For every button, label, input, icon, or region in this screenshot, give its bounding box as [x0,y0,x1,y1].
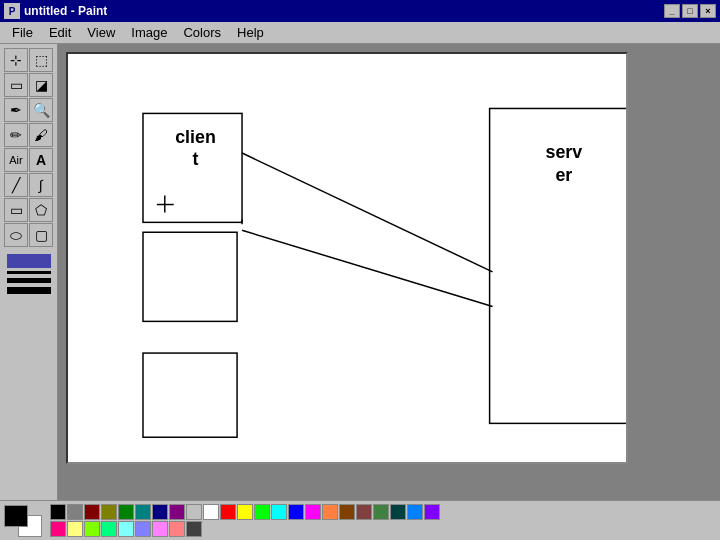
line-style-2[interactable] [7,271,51,274]
menu-help[interactable]: Help [229,23,272,42]
tool-row-7: ▭ ⬠ [4,198,53,222]
line-style-1[interactable] [7,254,51,268]
close-button[interactable]: × [700,4,716,18]
toolbox: ⊹ ⬚ ▭ ◪ ✒ 🔍 ✏ 🖌 Air A ╱ ∫ ▭ ⬠ ⬭ ▢ [0,44,58,500]
svg-rect-7 [143,353,237,437]
color-cell-14[interactable] [288,504,304,520]
svg-text:clien: clien [175,127,216,147]
paint-canvas[interactable]: clien t serv er [66,52,628,464]
color-cell-6[interactable] [152,504,168,520]
window-controls: _ □ × [664,4,716,18]
title-bar: P untitled - Paint _ □ × [0,0,720,22]
svg-text:er: er [555,165,572,185]
current-colors [4,505,42,537]
maximize-button[interactable]: □ [682,4,698,18]
color-cell-30[interactable] [169,521,185,537]
color-cell-8[interactable] [186,504,202,520]
line-style-3[interactable] [7,278,51,283]
color-cell-10[interactable] [220,504,236,520]
color-cell-18[interactable] [356,504,372,520]
tool-row-2: ▭ ◪ [4,73,53,97]
eraser-tool[interactable]: ▭ [4,73,28,97]
menu-colors[interactable]: Colors [175,23,229,42]
color-cell-25[interactable] [84,521,100,537]
color-cell-1[interactable] [67,504,83,520]
canvas-svg: clien t serv er [68,54,626,462]
brush-tool[interactable]: 🖌 [29,123,53,147]
color-cell-19[interactable] [373,504,389,520]
color-grid [50,504,450,537]
curve-tool[interactable]: ∫ [29,173,53,197]
rounded-rect-tool[interactable]: ▢ [29,223,53,247]
color-cell-4[interactable] [118,504,134,520]
tool-row-6: ╱ ∫ [4,173,53,197]
color-cell-31[interactable] [186,521,202,537]
color-cell-3[interactable] [101,504,117,520]
palette-area [0,500,720,540]
color-cell-16[interactable] [322,504,338,520]
color-cell-9[interactable] [203,504,219,520]
text-tool[interactable]: A [29,148,53,172]
color-cell-28[interactable] [135,521,151,537]
menu-image[interactable]: Image [123,23,175,42]
polygon-tool[interactable]: ⬠ [29,198,53,222]
color-cell-27[interactable] [118,521,134,537]
line-tool[interactable]: ╱ [4,173,28,197]
canvas-container[interactable]: clien t serv er [58,44,720,500]
rect-tool[interactable]: ▭ [4,198,28,222]
color-cell-12[interactable] [254,504,270,520]
color-pick-tool[interactable]: ✒ [4,98,28,122]
ellipse-tool[interactable]: ⬭ [4,223,28,247]
color-cell-23[interactable] [50,521,66,537]
zoom-tool[interactable]: 🔍 [29,98,53,122]
line-options [7,254,51,295]
color-cell-21[interactable] [407,504,423,520]
color-cell-15[interactable] [305,504,321,520]
select-rect-tool[interactable]: ⬚ [29,48,53,72]
color-cell-11[interactable] [237,504,253,520]
minimize-button[interactable]: _ [664,4,680,18]
pencil-tool[interactable]: ✏ [4,123,28,147]
svg-text:t: t [193,149,199,169]
color-cell-26[interactable] [101,521,117,537]
svg-rect-6 [143,232,237,321]
svg-line-12 [242,230,493,306]
line-style-4[interactable] [7,287,51,294]
color-cell-17[interactable] [339,504,355,520]
app-icon: P [4,3,20,19]
color-cell-22[interactable] [424,504,440,520]
tool-row-5: Air A [4,148,53,172]
color-cell-20[interactable] [390,504,406,520]
app-body: ⊹ ⬚ ▭ ◪ ✒ 🔍 ✏ 🖌 Air A ╱ ∫ ▭ ⬠ ⬭ ▢ [0,44,720,500]
color-cell-24[interactable] [67,521,83,537]
menu-file[interactable]: File [4,23,41,42]
tool-row-3: ✒ 🔍 [4,98,53,122]
color-cell-29[interactable] [152,521,168,537]
color-cell-5[interactable] [135,504,151,520]
tool-row-1: ⊹ ⬚ [4,48,53,72]
color-cell-13[interactable] [271,504,287,520]
svg-line-11 [242,153,493,272]
foreground-color[interactable] [4,505,28,527]
tool-row-4: ✏ 🖌 [4,123,53,147]
fill-tool[interactable]: ◪ [29,73,53,97]
window-title: untitled - Paint [24,4,664,18]
menu-bar: File Edit View Image Colors Help [0,22,720,44]
select-free-tool[interactable]: ⊹ [4,48,28,72]
color-cell-0[interactable] [50,504,66,520]
tool-row-8: ⬭ ▢ [4,223,53,247]
color-cell-2[interactable] [84,504,100,520]
svg-text:serv: serv [546,142,583,162]
color-cell-7[interactable] [169,504,185,520]
airbrush-tool[interactable]: Air [4,148,28,172]
menu-edit[interactable]: Edit [41,23,79,42]
menu-view[interactable]: View [79,23,123,42]
